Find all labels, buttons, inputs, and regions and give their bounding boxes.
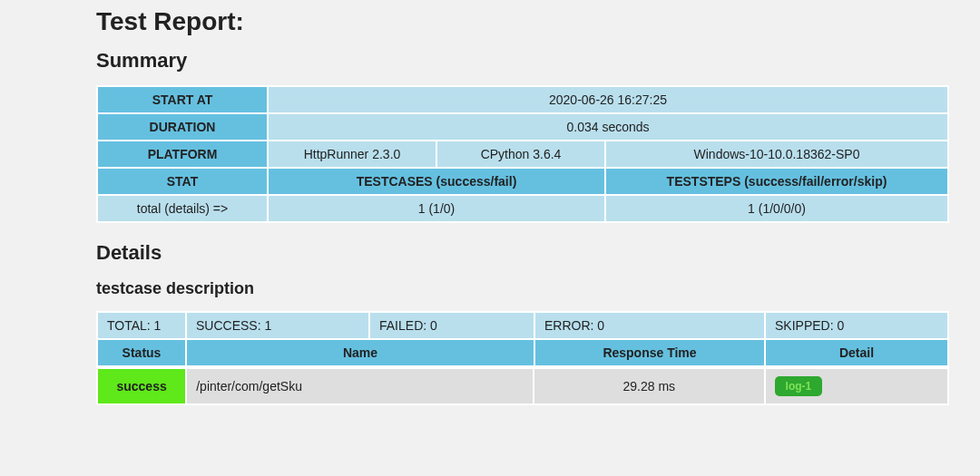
case-status: success — [98, 369, 185, 403]
summary-stat-value-teststeps: 1 (1/0/0/0) — [606, 196, 947, 221]
summary-value-start-at: 2020-06-26 16:27:25 — [269, 87, 947, 112]
col-header-status: Status — [98, 340, 185, 365]
summary-value-runner: HttpRunner 2.3.0 — [269, 141, 436, 167]
summary-label-start-at: START AT — [98, 87, 267, 112]
log-button[interactable]: log-1 — [775, 376, 823, 396]
stats-total: TOTAL: 1 — [98, 313, 185, 338]
case-response-time: 29.28 ms — [534, 369, 764, 403]
stats-skipped: SKIPPED: 0 — [766, 313, 947, 338]
table-row: success /pinter/com/getSku 29.28 ms log-… — [98, 369, 947, 403]
summary-value-python: CPython 3.6.4 — [437, 141, 604, 167]
testcase-desc-heading: testcase description — [96, 279, 916, 298]
summary-stat-header-teststeps: TESTSTEPS (success/fail/error/skip) — [606, 169, 947, 194]
summary-heading: Summary — [96, 49, 916, 73]
cases-table: success /pinter/com/getSku 29.28 ms log-… — [96, 367, 949, 405]
col-header-name: Name — [187, 340, 534, 365]
summary-stat-header-testcases: TESTCASES (success/fail) — [269, 169, 604, 194]
col-header-response-time: Response Time — [535, 340, 764, 365]
stats-error: ERROR: 0 — [535, 313, 764, 338]
details-heading: Details — [96, 241, 916, 265]
summary-table: START AT 2020-06-26 16:27:25 DURATION 0.… — [96, 85, 949, 223]
page-title: Test Report: — [96, 7, 916, 36]
case-name: /pinter/com/getSku — [187, 369, 533, 403]
summary-label-stat: STAT — [98, 169, 267, 194]
summary-label-duration: DURATION — [98, 114, 267, 140]
col-header-detail: Detail — [766, 340, 947, 365]
summary-value-duration: 0.034 seconds — [269, 114, 947, 140]
summary-value-os: Windows-10-10.0.18362-SP0 — [606, 141, 947, 167]
summary-stat-value-testcases: 1 (1/0) — [269, 196, 604, 221]
summary-label-platform: PLATFORM — [98, 141, 267, 167]
stats-success: SUCCESS: 1 — [187, 313, 368, 338]
stats-failed: FAILED: 0 — [370, 313, 534, 338]
case-detail-cell: log-1 — [766, 369, 947, 403]
details-stats-table: TOTAL: 1 SUCCESS: 1 FAILED: 0 ERROR: 0 S… — [96, 311, 949, 367]
summary-stat-row-label: total (details) => — [98, 196, 267, 221]
